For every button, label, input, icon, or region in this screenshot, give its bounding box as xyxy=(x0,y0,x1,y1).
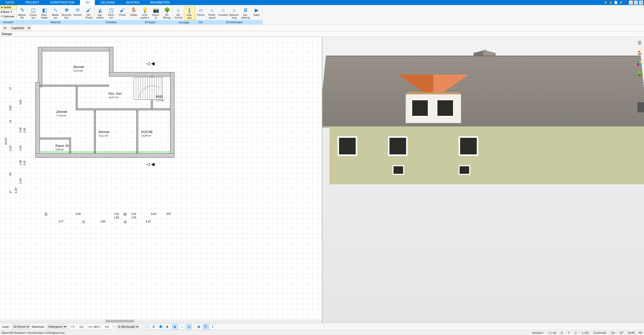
svg-rect-3 xyxy=(640,63,642,65)
l-input[interactable] xyxy=(76,324,87,329)
verschieben-button[interactable]: ✥Verschie-ben xyxy=(61,6,72,20)
plus-icon: ✚ xyxy=(1,15,3,18)
floor-plan: ◁ ◀ ◁ ◀ Zimmer13,54 m²Flur, Vorr.14,47 m… xyxy=(35,47,177,160)
video-button[interactable]: ▶Video xyxy=(251,6,262,20)
abgreifen-button[interactable]: ✎Abgrei-fen xyxy=(17,6,28,20)
mark-button[interactable]: ◆Mark.▾ xyxy=(0,10,16,14)
grid-toggle-icon[interactable]: ▦ xyxy=(196,324,202,329)
dimension: 13 xyxy=(124,220,126,223)
minimize-button[interactable]: – xyxy=(629,1,633,5)
maximize-button[interactable]: □ xyxy=(634,1,638,5)
panel-handle[interactable] xyxy=(637,102,644,112)
layer-select[interactable]: Urgelände xyxy=(10,25,31,30)
kollision-button[interactable]: ‖Kolli-sion xyxy=(184,6,195,20)
wall xyxy=(38,47,42,87)
menu-konstruktion[interactable]: KONSTRUKTION xyxy=(45,0,80,5)
dimension: 40 xyxy=(9,173,12,176)
status-unit: Zentimeter xyxy=(593,331,607,334)
info-icon[interactable]: ℹ xyxy=(210,324,216,329)
skalieren-button[interactable]: ⤡Skalie-ren xyxy=(50,6,61,20)
diamond2-icon[interactable]: ◇ xyxy=(179,324,185,329)
schatten2-button[interactable]: ⌂Schatten xyxy=(218,6,229,20)
diamond1-icon[interactable]: ◆ xyxy=(172,324,178,329)
hintergrund-button[interactable]: ⌂Hinter-grund xyxy=(207,6,218,20)
tools-icon[interactable]: ✖ xyxy=(604,1,608,5)
roof xyxy=(322,56,644,128)
clock-icon[interactable]: 🕓 xyxy=(144,324,149,329)
rechnen-button[interactable]: ◳Rech-nen xyxy=(106,6,117,20)
hinpinsel-button[interactable]: 🖌Hin.Pinsel xyxy=(83,6,94,20)
pane-3d[interactable]: ≣ 🪑 🌳 xyxy=(322,37,644,323)
hscroll-thumb[interactable] xyxy=(105,320,134,322)
window xyxy=(411,99,429,117)
group-label: Material xyxy=(17,20,94,24)
furniture-icon[interactable]: 🪑 xyxy=(636,50,643,56)
optionen-button[interactable]: ✚Optionen xyxy=(0,14,16,19)
3dbitmap-button[interactable]: 🌳3D-Bitmap xyxy=(161,6,173,20)
room-label: Zimmer17,44 m² xyxy=(56,110,67,117)
dimension: 1,06 xyxy=(19,127,22,132)
bearbeiten-icon: ◧ xyxy=(41,7,48,14)
wall xyxy=(170,72,175,158)
lichtquelle-button[interactable]: 💡Licht-quelle ▾ xyxy=(139,6,150,20)
hscrollbar[interactable] xyxy=(0,319,322,323)
room-label: BAD3,70 m² xyxy=(156,95,164,102)
doc-icon[interactable]: 📄 xyxy=(614,1,618,5)
menu-gelaende[interactable]: GELÄNDE xyxy=(95,0,120,5)
secondary-bar: 3D Urgelände xyxy=(0,25,644,31)
mark-icon: ◆ xyxy=(1,10,3,13)
dimension: 6,59 xyxy=(76,213,80,215)
status-ein: Ein xyxy=(611,331,615,334)
kamera-button[interactable]: 📷Kame-ra xyxy=(150,6,161,20)
close-button[interactable]: × xyxy=(639,1,643,5)
dimension: 1,50 xyxy=(131,216,136,219)
wall xyxy=(35,153,175,158)
tree-icon[interactable]: 🌳 xyxy=(636,71,643,77)
ribbon-group-einstellungen: ⌂Hinter-grund⌂Schatten ⌂Beleuch-tung🖥Dar… xyxy=(207,5,262,24)
menu-projekt[interactable]: PROJEKT xyxy=(20,0,45,5)
window xyxy=(388,136,408,156)
dimension: 1,50 xyxy=(114,216,119,219)
drehen-button[interactable]: ⟳Drehen xyxy=(72,6,83,20)
menu-bearbeiten[interactable]: BEARBEITEN xyxy=(145,0,175,5)
objekt-button[interactable]: 🪑Objekt xyxy=(128,6,139,20)
dimension: 1,02 xyxy=(131,213,136,215)
3dschnitt-button[interactable]: ⌂3D-Schnitt xyxy=(173,6,184,20)
geschoss-select[interactable]: Kellergesch xyxy=(47,324,67,329)
bearbeiten-button[interactable]: ◧Bear-beiten xyxy=(39,6,50,20)
box-icon[interactable]: ▣ xyxy=(609,1,613,5)
settings-icon[interactable]: ⚙ xyxy=(619,1,623,5)
diamond3-icon[interactable]: ◈ xyxy=(186,324,192,329)
status-scale: 1:100 xyxy=(582,331,589,334)
unit-deg: ° xyxy=(114,325,115,328)
facade xyxy=(329,126,644,184)
monitor-icon[interactable]: 🖥 xyxy=(151,324,156,329)
palette-icon[interactable] xyxy=(637,61,642,66)
flaeche-button[interactable]: ▱Fläche xyxy=(195,6,206,20)
phi-input[interactable] xyxy=(101,324,113,329)
group-label: Einfügen xyxy=(128,20,173,24)
zuweisen-button[interactable]: ◫Zuwei-sen xyxy=(28,6,39,20)
skalieren-icon: ⤡ xyxy=(52,7,59,14)
menu-3d[interactable]: 3D xyxy=(80,0,95,5)
menu-datei[interactable]: DATEI xyxy=(0,0,20,5)
group-label: Info xyxy=(195,20,206,24)
wall xyxy=(40,138,71,140)
darstellung-button[interactable]: 🖥Dar-stellung xyxy=(240,6,251,20)
n-toggle-icon[interactable]: Ⓝ xyxy=(203,324,209,329)
square-icon[interactable]: ◧ xyxy=(165,324,171,329)
beleuchtung-button[interactable]: ⌂Beleuch-tung xyxy=(229,6,240,20)
dimension: 1,02 xyxy=(114,213,119,215)
help-icon[interactable]: ❓ xyxy=(624,1,628,5)
status-uf: ÜF xyxy=(620,331,624,334)
selekt-button[interactable]: ➤Selekt xyxy=(0,5,16,10)
menu-sichten[interactable]: SICHTEN xyxy=(121,0,145,5)
pane-2d[interactable]: ◁ ◀ ◁ ◀ Zimmer13,54 m²Flur, Vorr.14,47 m… xyxy=(0,37,322,323)
mode-select[interactable]: dl (Richtung/Di xyxy=(117,324,139,329)
layers-icon[interactable]: ≣ xyxy=(637,40,642,46)
stack-icon[interactable]: 🔷 xyxy=(158,324,163,329)
darstellen-button[interactable]: ◭Dar-stellen xyxy=(95,6,106,20)
layer-select-bottom[interactable]: 2D Einrichtu xyxy=(12,324,30,329)
pinsel-button[interactable]: 🖌Pinsel xyxy=(117,6,128,20)
group-label: Sonstige xyxy=(173,20,195,24)
